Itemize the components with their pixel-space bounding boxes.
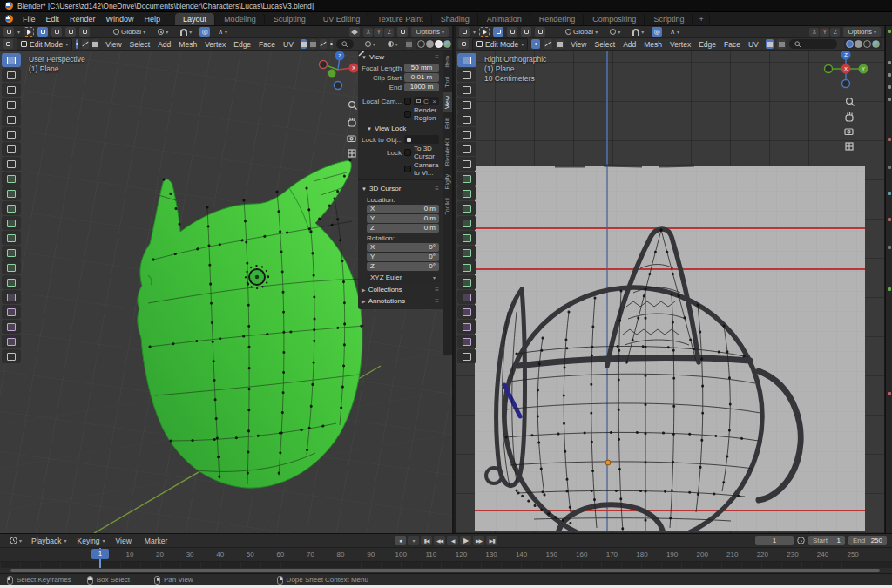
- viewport-menu-item[interactable]: Mesh: [175, 39, 200, 50]
- cursor-panel-header[interactable]: 3D Cursor: [360, 183, 441, 194]
- select-mode-intersect-button[interactable]: [79, 27, 90, 37]
- viewport-menu-item[interactable]: Mesh: [640, 39, 666, 50]
- tool-shrink-fatten[interactable]: [457, 320, 476, 334]
- tool-spin[interactable]: [2, 275, 21, 289]
- proportional-editing-toggle[interactable]: [652, 27, 662, 37]
- workspace-tab[interactable]: Scripting: [645, 13, 693, 25]
- viewport-menu-item[interactable]: Select: [591, 39, 619, 50]
- next-keyframe-button[interactable]: [473, 536, 484, 545]
- clear-icon[interactable]: ×: [432, 98, 436, 105]
- editor-type-dropdown[interactable]: [5, 536, 26, 545]
- tool-poly-build[interactable]: [457, 260, 476, 274]
- tool-bevel[interactable]: [457, 216, 476, 230]
- select-mode-new-button[interactable]: [493, 27, 503, 37]
- sidebar-tab[interactable]: Edit: [443, 115, 452, 132]
- pivot-dropdown[interactable]: [153, 28, 172, 36]
- tool-bevel[interactable]: [2, 216, 21, 230]
- tool-measure[interactable]: [2, 157, 21, 171]
- tool-smooth[interactable]: [2, 290, 21, 304]
- tool-shear[interactable]: [457, 335, 476, 348]
- tool-extrude-region[interactable]: [2, 186, 21, 200]
- axis-toggle[interactable]: X: [809, 28, 819, 37]
- tool-loop-cut[interactable]: [2, 231, 21, 245]
- shading-rendered-button[interactable]: [872, 40, 880, 48]
- jump-to-end-button[interactable]: [486, 536, 497, 545]
- menu-item[interactable]: Edit: [42, 14, 64, 24]
- viewport-menu-item[interactable]: Vertex: [666, 39, 694, 50]
- menu-item[interactable]: File: [18, 14, 40, 24]
- select-mode-subtract-button[interactable]: [65, 27, 76, 37]
- number-field[interactable]: 50 mm: [404, 64, 439, 72]
- editor-type-icon[interactable]: [3, 39, 13, 49]
- sidebar-tab[interactable]: Item: [443, 52, 452, 71]
- workspace-tab[interactable]: UV Editing: [315, 13, 369, 25]
- cursor-rotation-field[interactable]: X0°: [367, 243, 439, 252]
- header-search-field[interactable]: [789, 39, 837, 49]
- tool-transform[interactable]: [457, 127, 476, 141]
- sidebar-tab[interactable]: View: [443, 92, 452, 112]
- cursor-location-field[interactable]: X0 m: [367, 205, 439, 213]
- orientation-dropdown[interactable]: Global: [561, 27, 602, 37]
- overlay-toggle-2[interactable]: [777, 39, 786, 49]
- rotation-order-dropdown[interactable]: XYZ Euler: [367, 273, 439, 282]
- workspace-tab[interactable]: Texture Paint: [369, 13, 432, 25]
- viewport-3d-right[interactable]: Z Y X Right Orthographic (1) Plane 10 Ce…: [456, 51, 884, 533]
- shading-rendered-button[interactable]: [443, 40, 451, 48]
- workspace-tab[interactable]: Modeling: [216, 13, 265, 25]
- local-camera-checkbox[interactable]: [404, 98, 411, 105]
- shading-wireframe-button[interactable]: [417, 40, 425, 48]
- axis-toggle[interactable]: Z: [830, 28, 840, 37]
- shading-dropdown-icon[interactable]: [452, 41, 454, 47]
- viewport-menu-item[interactable]: Select: [126, 39, 154, 50]
- camera-object-field[interactable]: Ca...×: [414, 97, 439, 105]
- workspace-tab[interactable]: Animation: [479, 13, 530, 25]
- tool-move[interactable]: [457, 83, 476, 97]
- view-panel-header[interactable]: View: [360, 51, 441, 63]
- tool-scale[interactable]: [2, 112, 21, 126]
- overlay-toggle-1[interactable]: [766, 39, 774, 49]
- viewport-menu-item[interactable]: Face: [255, 39, 279, 50]
- select-mode-new-button[interactable]: [37, 27, 48, 37]
- viewport-menu-item[interactable]: Face: [720, 39, 744, 50]
- tool-rip-region[interactable]: [2, 349, 21, 363]
- editor-type-icon[interactable]: [459, 27, 470, 37]
- axis-toggle[interactable]: Y: [374, 28, 383, 37]
- viewport-menu-item[interactable]: UV: [280, 39, 297, 50]
- tool-shear[interactable]: [2, 335, 21, 348]
- timeline-menu-item[interactable]: View: [111, 536, 139, 546]
- active-tool-icon[interactable]: [24, 27, 34, 37]
- sidebar-tab[interactable]: Toolkit: [443, 194, 452, 219]
- overlay-toggle-2[interactable]: [310, 39, 316, 49]
- snap-dropdown[interactable]: [628, 28, 648, 37]
- timeline-menu-item[interactable]: Keying▾: [72, 536, 111, 546]
- shading-wireframe-button[interactable]: [846, 40, 854, 48]
- tool-edge-slide[interactable]: [2, 305, 21, 319]
- sidebar-tab[interactable]: Tool: [443, 73, 452, 91]
- tool-inset-faces[interactable]: [2, 201, 21, 215]
- end-frame-field[interactable]: End250: [848, 536, 887, 545]
- xray-toggle[interactable]: [406, 39, 412, 49]
- timeline-menu-item[interactable]: Marker: [139, 536, 175, 546]
- options-dropdown[interactable]: Options: [843, 27, 881, 37]
- tool-annotate[interactable]: [457, 142, 476, 156]
- viewport-menu-item[interactable]: Add: [619, 39, 639, 50]
- tool-loop-cut[interactable]: [457, 231, 476, 245]
- tool-add-cube[interactable]: [2, 172, 21, 186]
- prev-keyframe-button[interactable]: [434, 536, 445, 545]
- workspace-tab[interactable]: Shading: [433, 13, 478, 25]
- tool-rotate[interactable]: [457, 98, 476, 112]
- lock-object-field[interactable]: [404, 135, 439, 144]
- tool-add-cube[interactable]: [457, 172, 476, 186]
- eyedropper-icon[interactable]: [358, 51, 364, 57]
- edge-select-button[interactable]: [544, 39, 552, 49]
- cursor-rotation-field[interactable]: Z0°: [367, 262, 439, 271]
- timeline-channels[interactable]: [0, 562, 892, 568]
- viewport-3d-left[interactable]: Z X User Perspective (1) Plane View: [0, 51, 452, 533]
- tool-spin[interactable]: [457, 275, 476, 289]
- tool-rip-region[interactable]: [457, 349, 476, 363]
- active-tool-icon[interactable]: [479, 27, 490, 37]
- keying-extra-button[interactable]: [408, 536, 419, 545]
- tool-knife[interactable]: [457, 246, 476, 260]
- axis-toggle[interactable]: Y: [820, 28, 829, 37]
- tool-annotate[interactable]: [2, 142, 21, 156]
